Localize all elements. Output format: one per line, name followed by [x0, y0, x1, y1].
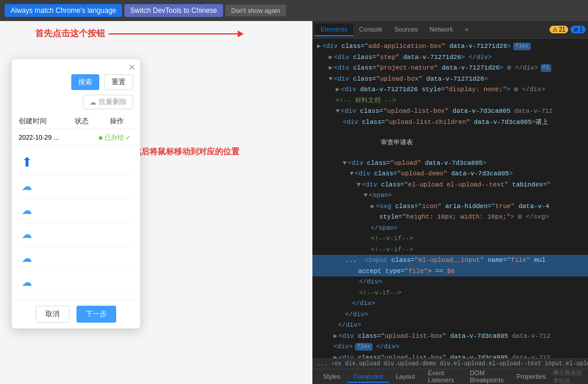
code-line-vif2: <!--v-if-->	[312, 244, 588, 255]
code-line-flex-badge: <div> flex </div>	[312, 341, 588, 352]
reset-button[interactable]: 重置	[104, 74, 133, 90]
code-panel[interactable]: ▶ <div class="add-application-box" data-…	[312, 39, 588, 358]
upload-item-3: ☁	[19, 199, 133, 223]
code-line-13: ▶ <svg class="icon" aria-hidden="true" d…	[312, 201, 588, 212]
main-container: 首先点击这个按钮 然后将鼠标移动到对应的位置 ✕ 搜索 重置 ☁ 批量删除	[0, 21, 588, 384]
devtools-tab-sources[interactable]: Sources	[388, 23, 423, 36]
upload-icon-3[interactable]: ☁	[19, 202, 35, 219]
dialog-header: ✕	[12, 59, 140, 72]
upload-item-2: ☁	[19, 175, 133, 199]
upload-icon-5[interactable]: ☁	[19, 250, 35, 267]
bottom-tab-event-listeners[interactable]: Event Listeners	[422, 368, 463, 385]
top-annotation: 首先点击这个按钮	[35, 28, 243, 39]
code-line-2: ▶ <div class="step" data-v-71271d26> </d…	[312, 52, 588, 63]
table-row: 2022-10-29 ... ● 已办结 ✓	[12, 129, 140, 146]
bottom-tab-computed[interactable]: Computed	[347, 371, 389, 383]
upload-item-5: ☁	[19, 247, 133, 271]
code-line-input-active2: accept type="file"> == $0	[312, 266, 588, 277]
code-line-upload-list-box2: ▶ <div class="upload-list-box" data-v-7d…	[312, 331, 588, 342]
upload-item-1: ⬆	[19, 151, 133, 175]
cancel-button[interactable]: 取消	[36, 306, 69, 323]
annotation-top-arrow	[109, 33, 243, 34]
devtools-tabs: Elements Console Sources Network » ⚠ 21 …	[312, 21, 588, 39]
error-icon: ⊘	[573, 26, 578, 33]
upload-icon-6[interactable]: ☁	[19, 274, 35, 290]
table-cell-date: 2022-10-29 ...	[19, 134, 98, 141]
code-line-5: ▶ <div data-v-71271d26 style="display: n…	[312, 84, 588, 95]
batch-delete-row: ☁ 批量删除	[12, 95, 140, 114]
code-line-vif1: <!--v-if-->	[312, 233, 588, 244]
code-line-4: ▼ <div class="upload-box" data-v-71271d2…	[312, 74, 588, 85]
devtools-tab-console[interactable]: Console	[353, 23, 388, 36]
check-icon: ✓	[126, 134, 131, 141]
upload-list: ⬆ ☁ ☁ ☁ ☁ ☁	[12, 146, 140, 299]
breadcrumb-text: ... ›ox div.upload div.upload-demo div.e…	[317, 361, 588, 367]
next-button[interactable]: 下一步	[76, 306, 116, 323]
batch-delete-button[interactable]: ☁ 批量删除	[83, 95, 133, 109]
code-line-input-active: ... <input class="el-upload__input" name…	[312, 255, 588, 266]
dialog-footer: 取消 下一步	[12, 299, 140, 328]
dialog: ✕ 搜索 重置 ☁ 批量删除 创建时间 状态 操作 2022-10-29 ...	[12, 59, 140, 328]
topbar: Always match Chrome's language Switch De…	[0, 0, 588, 21]
table-cell-status: ● 已办结 ✓	[98, 133, 133, 142]
status-text: 已办结	[105, 133, 124, 142]
devtools-panel: Elements Console Sources Network » ⚠ 21 …	[312, 21, 588, 384]
code-line-vif3: <!--v-if-->	[312, 288, 588, 299]
bottom-tab-dom-breakpoints[interactable]: DOM Breakpoints	[464, 368, 509, 385]
watermark-text: 稀土掘金技术社区	[553, 369, 583, 385]
code-line-9: ▼ <div class="upload" data-v-7d3ca805>	[312, 158, 588, 169]
col-header-action: 操作	[110, 116, 133, 126]
warning-count: 21	[559, 26, 565, 33]
search-button[interactable]: 搜索	[71, 74, 99, 90]
devtools-tab-elements[interactable]: Elements	[315, 23, 353, 36]
code-line-10: ▼ <div class="upload-demo" data-v-7d3ca8…	[312, 168, 588, 179]
warning-badge: ⚠ 21	[549, 26, 568, 33]
code-line-comment: <!-- 材料文档 -->	[312, 95, 588, 106]
bottom-tab-styles[interactable]: Styles	[317, 371, 346, 383]
switch-devtools-button[interactable]: Switch DevTools to Chinese	[124, 4, 223, 17]
upload-item-4: ☁	[19, 223, 133, 247]
bottom-tab-layout[interactable]: Layout	[390, 371, 421, 383]
upload-item-6: ☁	[19, 271, 133, 295]
code-line-15: </span>	[312, 223, 588, 234]
code-line-11: ▼ <div class="el-upload el-upload--text"…	[312, 179, 588, 191]
upload-icon-4[interactable]: ☁	[19, 226, 35, 243]
code-line-closediv2: </div>	[312, 298, 588, 309]
dialog-toolbar: 搜索 重置	[12, 72, 140, 95]
status-dot-icon: ●	[98, 133, 103, 142]
code-line-closediv3: </div>	[312, 309, 588, 320]
error-count: 1	[579, 26, 583, 33]
status-badge: ● 已办结 ✓	[98, 133, 133, 142]
code-line-7: <div class="upload-list-children" data-v…	[312, 117, 588, 128]
code-line-6: ▼ <div class="upload-list-box" data-v-7d…	[312, 106, 588, 117]
annotation-top-text: 首先点击这个按钮	[35, 28, 105, 39]
annotation-mouse-text: 然后将鼠标移动到对应的位置	[133, 147, 239, 157]
code-line-1: ▶ <div class="add-application-box" data-…	[312, 41, 588, 52]
table-header: 创建时间 状态 操作	[12, 114, 140, 129]
code-line-8: 审查申请表	[312, 127, 588, 158]
match-language-button[interactable]: Always match Chrome's language	[5, 4, 122, 17]
devtools-tab-more[interactable]: »	[459, 23, 474, 36]
code-line-closediv1: </div>	[312, 276, 588, 288]
code-line-upload-list-box3: ▶ <div class="upload-list-box" data-v-7d…	[312, 352, 588, 359]
upload-icon-1[interactable]: ⬆	[19, 154, 35, 171]
warning-icon: ⚠	[552, 26, 558, 33]
dont-show-button[interactable]: Don't show again	[225, 5, 286, 16]
code-line-14: style="height: 16px; width: 16px;"> ⊠ </…	[312, 212, 588, 223]
batch-delete-label: 批量删除	[99, 97, 127, 107]
error-badge: ⊘ 1	[570, 26, 586, 33]
upload-icon-2[interactable]: ☁	[19, 178, 35, 195]
code-line-closediv4: </div>	[312, 320, 588, 331]
col-header-create: 创建时间	[19, 116, 75, 126]
devtools-badges: ⚠ 21 ⊘ 1	[549, 26, 586, 33]
bottom-tabs: Styles Computed Layout Event Listeners D…	[312, 369, 588, 384]
code-line-12: ▼ <span>	[312, 190, 588, 201]
col-header-status: 状态	[75, 116, 110, 126]
bottom-tab-properties[interactable]: Properties	[511, 371, 552, 383]
code-line-3: ▶ <div class="project-nature" data-v-712…	[312, 63, 588, 74]
dialog-close-button[interactable]: ✕	[128, 63, 135, 72]
devtools-tab-network[interactable]: Network	[424, 23, 459, 36]
batch-delete-icon: ☁	[89, 98, 96, 106]
left-panel: 首先点击这个按钮 然后将鼠标移动到对应的位置 ✕ 搜索 重置 ☁ 批量删除	[0, 21, 312, 384]
